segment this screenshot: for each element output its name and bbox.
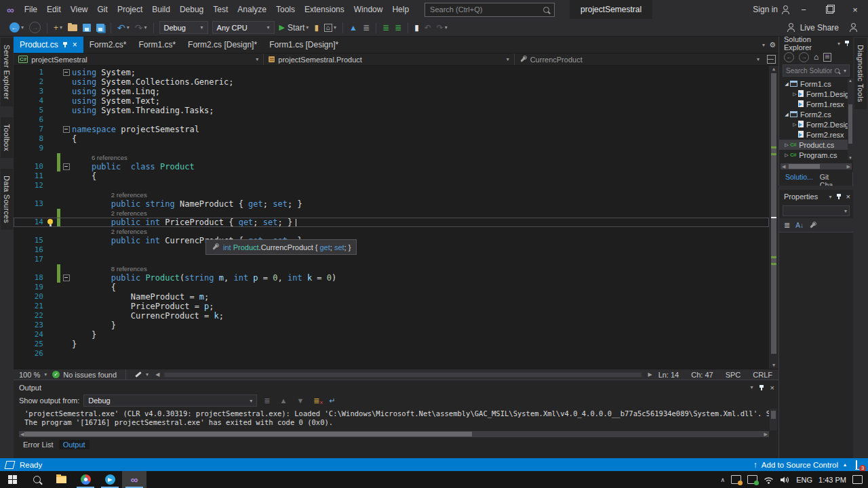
- chrome-button[interactable]: [73, 471, 98, 488]
- menu-test[interactable]: Test: [208, 0, 233, 19]
- panel-tab-solutio[interactable]: Solutio...: [782, 172, 816, 186]
- tab-list-dropdown-icon[interactable]: ▾: [762, 42, 765, 48]
- codelens-row[interactable]: 2 references: [14, 227, 769, 236]
- start-debugging-button[interactable]: ▶Start▾: [277, 20, 312, 35]
- panel-tab-gitcha[interactable]: Git Cha...: [816, 172, 853, 186]
- tool-tab-toolbox[interactable]: Toolbox: [1, 117, 13, 158]
- menu-edit[interactable]: Edit: [42, 0, 66, 19]
- code-editor[interactable]: 1using System;2using System.Collections.…: [14, 66, 778, 369]
- scroll-right-icon[interactable]: ▶: [847, 163, 850, 169]
- navigate-forward-button[interactable]: →: [26, 20, 43, 35]
- live-share-button[interactable]: Live Share: [787, 23, 859, 33]
- menu-git[interactable]: Git: [93, 0, 113, 19]
- tree-item-form2-cs[interactable]: ◢Form2.cs: [779, 109, 853, 119]
- menu-help[interactable]: Help: [387, 0, 414, 19]
- project-dropdown[interactable]: C# projectSemestral ▾: [14, 54, 264, 65]
- code-line[interactable]: 6: [14, 115, 769, 125]
- code-line[interactable]: 25}: [14, 340, 769, 349]
- menu-build[interactable]: Build: [147, 0, 175, 19]
- panel-tab-error-list[interactable]: Error List: [19, 440, 58, 449]
- codelens-references[interactable]: 8 references: [72, 264, 769, 273]
- tool-tab-data-sources[interactable]: Data Sources: [1, 169, 13, 230]
- output-log[interactable]: 'projectSemestral.exe' (CLR v4.0.30319: …: [24, 409, 769, 428]
- goto-next-message-icon[interactable]: ▼: [294, 396, 307, 405]
- menu-tools[interactable]: Tools: [271, 0, 300, 19]
- tree-item-form1-cs[interactable]: ◢Form1.cs: [779, 79, 853, 89]
- code-line[interactable]: 14 public int PriceProduct { get; set; }: [14, 218, 769, 227]
- code-line[interactable]: 4using System.Text;: [14, 96, 769, 106]
- tray-app-icon[interactable]: [747, 475, 757, 484]
- categorized-icon[interactable]: ≣: [784, 221, 790, 230]
- add-to-source-control-button[interactable]: Add to Source Control: [762, 461, 838, 469]
- codelens-references[interactable]: 2 references: [72, 190, 769, 199]
- back-button[interactable]: ←: [784, 52, 794, 62]
- code-line[interactable]: 17: [14, 255, 769, 264]
- close-icon[interactable]: ×: [770, 384, 774, 392]
- tree-vertical-scrollbar[interactable]: ▲ ▼: [848, 79, 853, 160]
- prev-bookmark-button[interactable]: ↶: [422, 20, 434, 35]
- close-icon[interactable]: ×: [846, 192, 850, 201]
- scrollbar-thumb[interactable]: [165, 373, 641, 377]
- output-vertical-scrollbar[interactable]: [770, 409, 777, 430]
- code-line[interactable]: 7namespace projectSemestral: [14, 125, 769, 134]
- uncomment-button[interactable]: ≣: [392, 20, 404, 35]
- find-message-icon[interactable]: ≣: [261, 396, 273, 405]
- tool-tab-server-explorer[interactable]: Server Explorer: [1, 38, 13, 106]
- document-tab[interactable]: Form2.cs*: [83, 37, 133, 53]
- code-line[interactable]: 19 {: [14, 283, 769, 292]
- codelens-row[interactable]: 8 references: [14, 264, 769, 273]
- tree-item-product-cs[interactable]: ▷C#Product.cs: [779, 140, 853, 150]
- menu-extensions[interactable]: Extensions: [300, 0, 349, 19]
- expander-icon[interactable]: ◢: [783, 112, 790, 117]
- alphabetical-sort-icon[interactable]: A↓: [795, 222, 804, 229]
- code-line[interactable]: 1using System;: [14, 68, 769, 77]
- codelens-row[interactable]: 2 references: [14, 209, 769, 218]
- save-all-button[interactable]: [94, 20, 107, 35]
- menu-project[interactable]: Project: [113, 0, 147, 19]
- solution-search-input[interactable]: Search Solution ▾: [783, 64, 850, 77]
- code-line[interactable]: 18 public Product(string m, int p = 0, i…: [14, 273, 769, 283]
- scroll-right-icon[interactable]: ▶: [764, 431, 768, 437]
- tray-expand-icon[interactable]: ∧: [721, 476, 726, 483]
- solution-platform-dropdown[interactable]: Any CPU▾: [212, 21, 275, 34]
- type-dropdown[interactable]: projectSemestral.Product ▾: [264, 54, 514, 65]
- code-line[interactable]: 22 CurrencProduct = k;: [14, 311, 769, 321]
- code-cleanup-button[interactable]: ▾: [130, 371, 154, 378]
- navigate-class-button[interactable]: ≣: [360, 20, 372, 35]
- code-line[interactable]: 15 public int CurrencProduct { get; set;…: [14, 236, 769, 245]
- home-icon[interactable]: ⌂: [814, 52, 818, 62]
- open-file-button[interactable]: [65, 20, 80, 35]
- window-position-icon[interactable]: ▾: [751, 384, 753, 390]
- expander-icon[interactable]: ▷: [791, 122, 798, 127]
- save-button[interactable]: [80, 20, 94, 35]
- code-line[interactable]: 3using System.Linq;: [14, 87, 769, 96]
- code-line[interactable]: 11 {: [14, 171, 769, 181]
- codelens-row[interactable]: 6 references: [14, 153, 769, 162]
- visual-studio-taskbar-button[interactable]: ∞: [122, 471, 146, 488]
- file-explorer-button[interactable]: [49, 471, 73, 488]
- background-tasks-icon[interactable]: [5, 461, 16, 469]
- taskbar-search-button[interactable]: [24, 471, 49, 488]
- properties-wrench-icon[interactable]: [809, 222, 816, 229]
- sync-with-active-document-icon[interactable]: [823, 53, 831, 62]
- tree-item-program-cs[interactable]: ▷C#Program.cs: [779, 150, 853, 160]
- menu-debug[interactable]: Debug: [175, 0, 208, 19]
- new-item-button[interactable]: ▲: [347, 20, 360, 35]
- menu-file[interactable]: File: [20, 0, 42, 19]
- code-line[interactable]: 13 public string NameProduct { get; set;…: [14, 199, 769, 209]
- scrollbar-thumb[interactable]: [789, 164, 820, 169]
- scroll-down-icon[interactable]: ▼: [769, 363, 778, 368]
- tool-tab-diagnostic-tools[interactable]: Diagnostic Tools: [854, 38, 867, 109]
- code-line[interactable]: 9: [14, 144, 769, 153]
- minimize-button[interactable]: −: [791, 0, 816, 19]
- clock[interactable]: 1:43 PM: [818, 476, 846, 484]
- document-tab[interactable]: Form1.cs*: [132, 37, 182, 53]
- code-line[interactable]: 20 NameProduct = m;: [14, 292, 769, 302]
- close-button[interactable]: ×: [842, 0, 868, 19]
- forward-button[interactable]: →: [799, 52, 809, 62]
- volume-icon[interactable]: [780, 476, 790, 484]
- goto-previous-message-icon[interactable]: ▲: [277, 396, 290, 405]
- scrollbar-thumb[interactable]: [848, 104, 852, 144]
- scroll-down-icon[interactable]: ▼: [848, 156, 853, 160]
- document-tab[interactable]: Form1.cs [Design]*: [263, 37, 344, 53]
